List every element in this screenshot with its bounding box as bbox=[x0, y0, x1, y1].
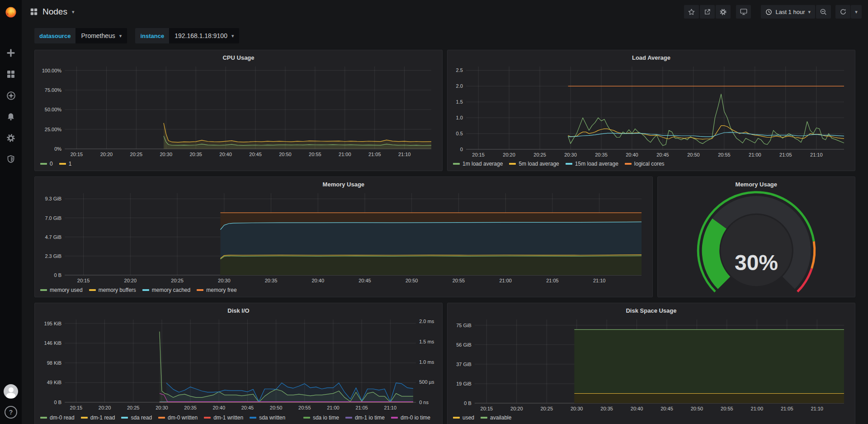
panel-title[interactable]: Memory Usage bbox=[39, 179, 648, 190]
legend-swatch bbox=[204, 417, 211, 419]
dashboard-settings-button[interactable] bbox=[716, 5, 731, 19]
refresh-interval-button[interactable]: ▾ bbox=[851, 5, 862, 19]
cpu-usage-chart[interactable]: 0%25.00%50.00%75.00%100.00%20:1520:2020:… bbox=[39, 63, 438, 159]
help-icon[interactable]: ? bbox=[5, 406, 17, 419]
legend-item-available[interactable]: available bbox=[481, 414, 511, 421]
svg-text:20:55: 20:55 bbox=[309, 152, 321, 157]
panel-title[interactable]: Memory Usage bbox=[662, 179, 850, 190]
legend-label: dm-1 read bbox=[90, 414, 115, 421]
legend-item-5m-load-average[interactable]: 5m load average bbox=[509, 161, 559, 167]
panel-cpu-usage: CPU Usage 0%25.00%50.00%75.00%100.00%20:… bbox=[34, 50, 443, 171]
legend-item-dm-0-written[interactable]: dm-0 written bbox=[158, 414, 198, 421]
sidebar-item-create[interactable] bbox=[6, 48, 16, 58]
svg-text:2.5: 2.5 bbox=[456, 67, 463, 73]
svg-text:20:25: 20:25 bbox=[127, 405, 140, 410]
zoom-out-button[interactable] bbox=[816, 5, 831, 19]
svg-text:20:45: 20:45 bbox=[249, 152, 262, 157]
svg-text:1.5 ms: 1.5 ms bbox=[419, 339, 434, 344]
load-average-chart[interactable]: 00.51.01.52.02.520:1520:2020:2520:3020:3… bbox=[452, 63, 850, 159]
sidebar-item-dashboards[interactable] bbox=[6, 69, 16, 79]
variable-datasource[interactable]: datasource Prometheus ▾ bbox=[34, 28, 127, 43]
legend-item-memory-cached[interactable]: memory cached bbox=[142, 287, 190, 293]
svg-text:9.3 GiB: 9.3 GiB bbox=[45, 196, 61, 201]
legend-item-sda-read[interactable]: sda read bbox=[121, 414, 152, 421]
variable-value: Prometheus bbox=[81, 32, 115, 39]
svg-text:20:45: 20:45 bbox=[241, 405, 254, 410]
memory-usage-chart[interactable]: 0 B2.3 GiB4.7 GiB7.0 GiB9.3 GiB20:1520:2… bbox=[39, 190, 648, 286]
panel-title[interactable]: Load Average bbox=[452, 52, 850, 63]
help-glyph: ? bbox=[9, 409, 13, 416]
legend-item-sda-io-time[interactable]: sda io time bbox=[303, 414, 339, 421]
panel-title[interactable]: CPU Usage bbox=[39, 52, 438, 63]
legend-item-0[interactable]: 0 bbox=[40, 161, 53, 167]
share-button[interactable] bbox=[700, 5, 715, 19]
legend-label: available bbox=[490, 414, 511, 421]
legend-label: logical cores bbox=[634, 161, 665, 167]
variable-instance[interactable]: instance 192.168.1.18:9100 ▾ bbox=[135, 28, 239, 43]
panel-title[interactable]: Disk I/O bbox=[39, 305, 438, 316]
svg-text:20:55: 20:55 bbox=[453, 278, 465, 283]
chart-svg: 0%25.00%50.00%75.00%100.00%20:1520:2020:… bbox=[39, 63, 438, 159]
svg-text:20:30: 20:30 bbox=[564, 152, 577, 157]
svg-text:20:30: 20:30 bbox=[571, 406, 583, 411]
svg-text:30%: 30% bbox=[735, 251, 778, 275]
chart-legend: memory usedmemory buffersmemory cachedme… bbox=[39, 286, 648, 295]
legend-item-memory-used[interactable]: memory used bbox=[40, 287, 83, 293]
legend-item-15m-load-average[interactable]: 15m load average bbox=[566, 161, 618, 167]
svg-text:25.00%: 25.00% bbox=[45, 127, 62, 132]
legend-item-used[interactable]: used bbox=[453, 414, 474, 421]
panel-load-average: Load Average 00.51.01.52.02.520:1520:202… bbox=[447, 50, 855, 171]
sidebar-item-configuration[interactable] bbox=[6, 133, 16, 143]
disk-io-chart[interactable]: 0 B49 KiB98 KiB146 KiB195 KiB0 ns500 µs1… bbox=[39, 316, 438, 413]
sidebar-item-explore[interactable] bbox=[6, 91, 16, 100]
svg-text:20:20: 20:20 bbox=[100, 152, 113, 157]
cycle-view-button[interactable] bbox=[736, 5, 751, 19]
svg-text:20:20: 20:20 bbox=[510, 406, 523, 411]
sidebar-item-server-admin[interactable] bbox=[6, 154, 16, 164]
dashboard-title-button[interactable]: Nodes ▾ bbox=[30, 7, 74, 17]
grafana-logo[interactable] bbox=[0, 0, 22, 24]
svg-text:21:10: 21:10 bbox=[384, 405, 397, 410]
caret-down-icon: ▾ bbox=[119, 33, 122, 38]
chart-svg: 0 B49 KiB98 KiB146 KiB195 KiB0 ns500 µs1… bbox=[39, 316, 438, 412]
time-picker-button[interactable]: Last 1 hour ▾ bbox=[761, 5, 815, 19]
legend-swatch bbox=[121, 417, 128, 419]
svg-text:20:45: 20:45 bbox=[656, 152, 669, 157]
legend-swatch bbox=[345, 417, 352, 419]
legend-label: memory cached bbox=[152, 287, 190, 293]
chart-legend: 01 bbox=[39, 159, 438, 168]
legend-item-1[interactable]: 1 bbox=[59, 161, 72, 167]
legend-item-memory-buffers[interactable]: memory buffers bbox=[89, 287, 136, 293]
disk-space-usage-chart[interactable]: 0 B19 GiB37 GiB56 GiB75 GiB20:1520:2020:… bbox=[452, 316, 850, 413]
user-avatar[interactable] bbox=[4, 384, 18, 399]
svg-text:0%: 0% bbox=[54, 146, 61, 152]
star-button[interactable] bbox=[684, 5, 699, 19]
gauge-svg: 30% bbox=[662, 190, 850, 295]
chart-legend: 1m load average5m load average15m load a… bbox=[452, 159, 850, 168]
legend-item-dm-0-read[interactable]: dm-0 read bbox=[40, 414, 75, 421]
legend-item-sda-written[interactable]: sda written bbox=[250, 414, 285, 421]
legend-swatch bbox=[481, 417, 487, 419]
svg-text:49 KiB: 49 KiB bbox=[47, 380, 61, 385]
memory-usage-gauge[interactable]: 30% bbox=[662, 190, 850, 295]
svg-text:20:30: 20:30 bbox=[156, 405, 168, 410]
panel-title[interactable]: Disk Space Usage bbox=[452, 305, 850, 316]
legend-item-memory-free[interactable]: memory free bbox=[197, 287, 236, 293]
svg-text:20:35: 20:35 bbox=[184, 405, 197, 410]
legend-item-dm-1-io-time[interactable]: dm-1 io time bbox=[345, 414, 385, 421]
svg-text:20:40: 20:40 bbox=[213, 405, 226, 410]
variable-value-dropdown[interactable]: Prometheus ▾ bbox=[75, 28, 127, 43]
svg-text:146 KiB: 146 KiB bbox=[44, 340, 62, 346]
sidebar-item-alerting[interactable] bbox=[6, 112, 16, 122]
legend-item-1m-load-average[interactable]: 1m load average bbox=[453, 161, 503, 167]
legend-item-logical-cores[interactable]: logical cores bbox=[625, 161, 665, 167]
legend-item-dm-1-written[interactable]: dm-1 written bbox=[204, 414, 243, 421]
legend-item-dm-0-io-time[interactable]: dm-0 io time bbox=[391, 414, 430, 421]
legend-item-dm-1-read[interactable]: dm-1 read bbox=[81, 414, 115, 421]
svg-text:20:15: 20:15 bbox=[71, 152, 83, 157]
refresh-button[interactable] bbox=[835, 5, 850, 19]
variable-value-dropdown[interactable]: 192.168.1.18:9100 ▾ bbox=[169, 28, 239, 43]
svg-text:21:00: 21:00 bbox=[499, 278, 512, 283]
svg-text:21:10: 21:10 bbox=[810, 152, 823, 157]
svg-text:20:15: 20:15 bbox=[481, 406, 493, 411]
